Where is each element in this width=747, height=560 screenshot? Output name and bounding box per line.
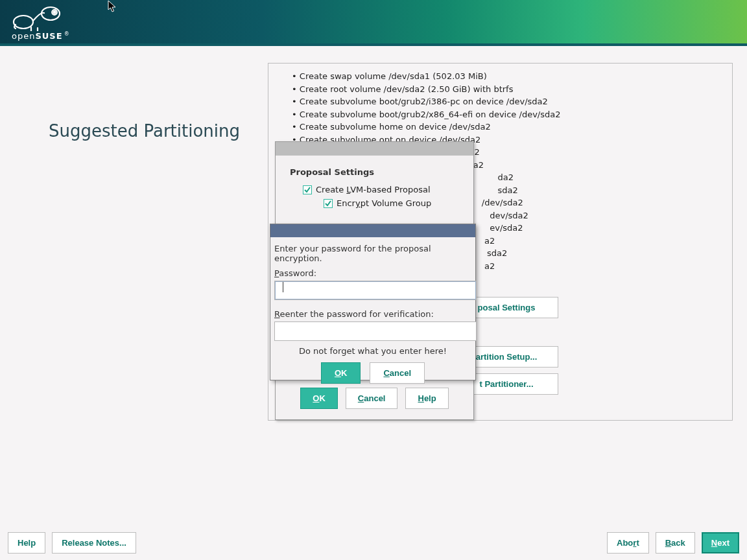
- proposal-settings-cancel-button[interactable]: Cancel: [346, 388, 398, 409]
- footer-release-notes-button[interactable]: Release Notes...: [52, 532, 136, 554]
- mouse-cursor-icon: [108, 0, 118, 13]
- footer: Help Release Notes... Abort Back Next: [0, 525, 747, 560]
- svg-point-0: [14, 16, 33, 29]
- proposal-settings-title: Proposal Settings: [290, 167, 459, 177]
- page-title: Suggested Partitioning: [49, 121, 240, 141]
- proposal-settings-ok-button[interactable]: OK: [300, 388, 338, 409]
- footer-back-button[interactable]: Back: [656, 532, 695, 554]
- brand-open: open: [12, 31, 35, 41]
- password-label: Password:: [274, 268, 471, 278]
- chameleon-icon: [12, 5, 70, 31]
- reenter-password-label: Reenter the password for verification:: [274, 309, 471, 319]
- footer-abort-button[interactable]: Abort: [607, 532, 649, 554]
- password-dialog-titlebar[interactable]: [270, 224, 475, 237]
- footer-next-button[interactable]: Next: [702, 532, 739, 554]
- password-prompt: Enter your password for the proposal enc…: [274, 244, 471, 263]
- brand-reg: ®: [64, 31, 70, 37]
- password-warning: Do not forget what you enter here!: [274, 346, 471, 356]
- brand-suse: SUSE: [35, 31, 62, 41]
- proposal-settings-help-button[interactable]: Help: [405, 388, 448, 409]
- create-lvm-checkbox-row[interactable]: Create LVM-based Proposal: [303, 185, 459, 194]
- svg-point-3: [53, 11, 55, 13]
- create-partition-setup-label: artition Setup...: [476, 352, 538, 362]
- checkbox-checked-icon: [324, 199, 333, 208]
- edit-proposal-settings-label: posal Settings: [478, 303, 536, 312]
- create-lvm-label: Create LVM-based Proposal: [316, 185, 431, 194]
- proposal-line: • Create root volume /dev/sda2 (2.50 GiB…: [280, 83, 720, 96]
- encrypt-vg-checkbox-row[interactable]: Encrypt Volume Group: [324, 198, 459, 208]
- password-input[interactable]: [274, 281, 477, 300]
- opensuse-logo: openSUSE®: [12, 5, 70, 33]
- brand-text: openSUSE®: [12, 31, 70, 41]
- password-cancel-button[interactable]: Cancel: [370, 362, 425, 384]
- proposal-line: • Create subvolume home on device /dev/s…: [280, 121, 720, 134]
- proposal-line: • Create subvolume boot/grub2/x86_64-efi…: [280, 108, 720, 121]
- footer-help-button[interactable]: Help: [8, 532, 45, 554]
- proposal-line: • Create subvolume boot/grub2/i386-pc on…: [280, 95, 720, 108]
- reenter-password-input[interactable]: [274, 321, 477, 341]
- text-caret-icon: [283, 282, 283, 292]
- checkbox-checked-icon: [303, 185, 312, 194]
- proposal-line: • Create swap volume /dev/sda1 (502.03 M…: [280, 70, 720, 83]
- password-dialog: Enter your password for the proposal enc…: [270, 224, 476, 380]
- encrypt-vg-label: Encrypt Volume Group: [337, 198, 431, 208]
- proposal-settings-titlebar[interactable]: [276, 142, 473, 156]
- password-ok-button[interactable]: OK: [321, 362, 361, 384]
- expert-partitioner-label: t Partitioner...: [479, 379, 533, 389]
